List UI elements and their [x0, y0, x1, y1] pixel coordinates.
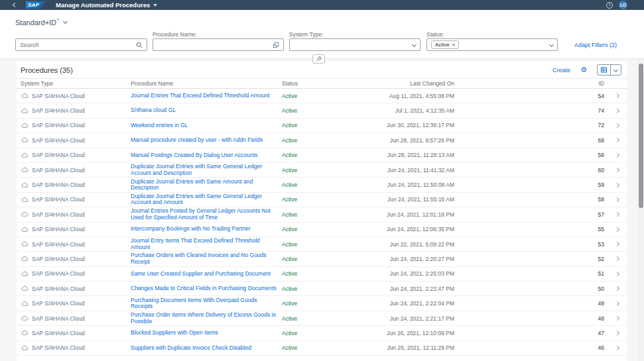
- procedure-link[interactable]: Purchase Orders with Cleared Invoices an…: [131, 252, 279, 265]
- chevron-down-icon: [412, 42, 417, 47]
- row-navigation[interactable]: [606, 228, 627, 231]
- table-row[interactable]: SAP S/4HANA CloudBlocked Suppliers with …: [17, 326, 627, 340]
- cell-last-changed-on: Jun 28, 2021, 8:57:26 PM: [347, 137, 456, 144]
- table-row[interactable]: SAP S/4HANA CloudWeekend entries in GLAc…: [17, 119, 627, 133]
- row-navigation[interactable]: [606, 213, 627, 216]
- column-system-type[interactable]: System Type: [17, 80, 129, 87]
- procedure-link[interactable]: Changes Made to Critical Fields in Purch…: [131, 285, 279, 292]
- scrollbar-thumb[interactable]: [639, 64, 643, 208]
- table-row[interactable]: SAP S/4HANA CloudS/4hana cloud GLActiveJ…: [17, 103, 627, 118]
- avatar[interactable]: LO: [619, 1, 627, 9]
- sap-logo: SAP: [26, 1, 45, 9]
- system-type-select[interactable]: [289, 38, 420, 51]
- procedure-link[interactable]: Suppliers with Duplicate Invoice Check D…: [131, 345, 279, 352]
- table-row[interactable]: SAP S/4HANA CloudJournal Entry Items Tha…: [17, 237, 627, 252]
- row-navigation[interactable]: [606, 242, 627, 246]
- cell-id: 68: [456, 137, 606, 144]
- cell-id: 56: [456, 152, 606, 158]
- adapt-filters-link[interactable]: Adapt Filters (2): [574, 42, 617, 48]
- procedure-link[interactable]: Duplicate Journal Entries with Same Gene…: [131, 164, 279, 176]
- pin-header-button[interactable]: [312, 54, 325, 64]
- row-navigation[interactable]: [606, 272, 627, 276]
- table-row[interactable]: SAP S/4HANA CloudDuplicate Journal Entri…: [17, 178, 627, 192]
- table-row[interactable]: SAP S/4HANA CloudManual procedure create…: [17, 133, 627, 148]
- cell-status: Active: [281, 211, 347, 218]
- row-navigation[interactable]: [606, 302, 627, 305]
- variant-title: Standard+ID*: [15, 18, 59, 26]
- procedure-link[interactable]: Blocked Suppliers with Open Items: [131, 330, 279, 336]
- column-status[interactable]: Status: [281, 80, 347, 87]
- row-navigation[interactable]: [606, 138, 627, 142]
- row-navigation[interactable]: [606, 317, 627, 320]
- row-navigation[interactable]: [606, 331, 627, 335]
- cloud-icon: [21, 93, 29, 99]
- status-select[interactable]: Active ×: [426, 38, 558, 51]
- cell-id: 74: [456, 107, 606, 114]
- procedure-link[interactable]: Purchase Order Items Where Delivery of E…: [131, 312, 279, 325]
- row-navigation[interactable]: [606, 94, 627, 97]
- table-row[interactable]: SAP S/4HANA CloudDuplicate Journal Entri…: [17, 193, 627, 207]
- chevron-right-icon: [615, 331, 619, 335]
- value-help-icon[interactable]: [273, 42, 279, 48]
- help-button[interactable]: ?: [606, 2, 613, 9]
- row-navigation[interactable]: [606, 198, 627, 201]
- status-label: Status:: [426, 31, 444, 38]
- procedure-name-input[interactable]: [157, 42, 273, 48]
- cell-system-type: SAP S/4HANA Cloud: [17, 167, 129, 174]
- settings-icon[interactable]: ⚙: [580, 66, 587, 74]
- procedure-link[interactable]: Journal Entry Items That Exceed Defined …: [131, 238, 279, 250]
- table-row[interactable]: SAP S/4HANA CloudManual Postings Created…: [17, 148, 627, 163]
- vertical-scrollbar[interactable]: [637, 59, 644, 361]
- table-row[interactable]: SAP S/4HANA CloudDuplicate Journal Entri…: [17, 163, 627, 178]
- row-navigation[interactable]: [606, 124, 627, 127]
- search-icon[interactable]: [136, 42, 143, 48]
- row-navigation[interactable]: [606, 346, 627, 350]
- token-remove-icon[interactable]: ×: [452, 42, 456, 48]
- procedure-link[interactable]: Intercompany Bookings with No Trading Pa…: [131, 226, 279, 232]
- procedure-link[interactable]: Journal Entries Posted by General Ledger…: [131, 208, 279, 221]
- search-input[interactable]: [20, 42, 136, 48]
- procedure-link[interactable]: Duplicate Journal Entries with Same Amou…: [131, 179, 279, 191]
- shellbar: SAP Manage Automated Procedures ? LO: [0, 0, 644, 10]
- procedure-link[interactable]: Journal Entries That Exceed Defined Thre…: [131, 93, 279, 99]
- system-type-text: SAP S/4HANA Cloud: [32, 226, 85, 232]
- export-button[interactable]: [598, 65, 611, 75]
- row-navigation[interactable]: [606, 109, 627, 113]
- table-row[interactable]: SAP S/4HANA CloudChanges Made to Critica…: [17, 282, 627, 296]
- app-title-menu[interactable]: Manage Automated Procedures: [56, 1, 157, 9]
- table-row[interactable]: SAP S/4HANA CloudPurchase Orders with Cl…: [17, 252, 627, 266]
- procedure-link[interactable]: Same User Created Supplier and Purchasin…: [131, 271, 279, 278]
- row-navigation[interactable]: [606, 183, 627, 187]
- cloud-icon: [21, 152, 29, 158]
- column-last-changed-on[interactable]: Last Changed On: [347, 80, 456, 87]
- row-navigation[interactable]: [606, 168, 627, 172]
- back-button[interactable]: [13, 3, 17, 7]
- procedure-link[interactable]: Purchasing Document Items With Overpaid …: [131, 297, 279, 310]
- column-procedure-name[interactable]: Procedure Name: [129, 80, 281, 87]
- row-navigation[interactable]: [606, 257, 627, 260]
- export-spreadsheet-icon: [600, 66, 608, 74]
- create-button[interactable]: Create: [552, 67, 570, 74]
- variant-selector[interactable]: Standard+ID*: [15, 18, 67, 26]
- cell-status: Active: [281, 196, 347, 203]
- table-row[interactable]: SAP S/4HANA CloudIntercompany Bookings w…: [17, 223, 627, 237]
- system-type-input[interactable]: [294, 42, 413, 48]
- procedure-link[interactable]: Duplicate Journal Entries with Same Gene…: [131, 193, 279, 206]
- table-row[interactable]: SAP S/4HANA CloudSuppliers with Duplicat…: [17, 341, 627, 356]
- table-row[interactable]: SAP S/4HANA CloudSame User Created Suppl…: [17, 267, 627, 282]
- table-row[interactable]: SAP S/4HANA CloudJournal Entries That Ex…: [17, 89, 627, 103]
- export-menu-button[interactable]: [611, 65, 621, 75]
- procedure-link[interactable]: Manual Postings Created By Dialog User A…: [131, 152, 279, 159]
- procedure-link[interactable]: Weekend entries in GL: [131, 123, 279, 129]
- cell-last-changed-on: Jun 24, 2021, 12:06:35 PM: [347, 226, 456, 232]
- table-row[interactable]: SAP S/4HANA CloudPurchase Order Items Wh…: [17, 311, 627, 326]
- procedure-link[interactable]: S/4hana cloud GL: [131, 107, 279, 114]
- status-token[interactable]: Active ×: [431, 40, 459, 49]
- filter-bar: Standard+ID* Procedure Name: System Type…: [0, 10, 644, 59]
- table-row[interactable]: SAP S/4HANA CloudJournal Entries Posted …: [17, 207, 627, 222]
- row-navigation[interactable]: [606, 154, 627, 157]
- column-id[interactable]: ID: [456, 80, 606, 87]
- table-row[interactable]: SAP S/4HANA CloudPurchasing Document Ite…: [17, 296, 627, 311]
- procedure-link[interactable]: Manual procedure created by user - with …: [131, 137, 279, 144]
- row-navigation[interactable]: [606, 287, 627, 290]
